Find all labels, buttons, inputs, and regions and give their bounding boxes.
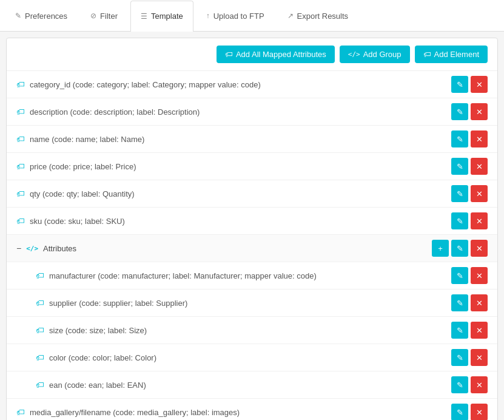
delete-button[interactable]: ✕ (471, 322, 488, 339)
delete-button[interactable]: ✕ (471, 185, 488, 202)
toolbar: 🏷 Add All Mapped Attributes </> Add Grou… (7, 38, 497, 71)
row-actions: ✎ ✕ (451, 212, 488, 229)
delete-button[interactable]: ✕ (471, 76, 488, 93)
add-all-mapped-attributes-button[interactable]: 🏷 Add All Mapped Attributes (217, 46, 335, 63)
add-group-label: Add Group (363, 50, 402, 59)
row-actions: ✎ ✕ (451, 267, 488, 284)
attribute-text: sku (code: sku; label: SKU) (30, 217, 446, 226)
edit-button[interactable]: ✎ (451, 185, 468, 202)
tab-template[interactable]: ☰Template (130, 1, 193, 32)
list-item-category_id: 🏷 category_id (code: category; label: Ca… (7, 71, 497, 98)
collapse-icon[interactable]: − (16, 243, 21, 253)
list-item-sku: 🏷 sku (code: sku; label: SKU) ✎ ✕ (7, 208, 497, 235)
list-item-manufacturer: 🏷 manufacturer (code: manufacturer; labe… (7, 262, 497, 290)
upload-ftp-icon: ↑ (206, 12, 210, 20)
list-item-ean: 🏷 ean (code: ean; label: EAN) ✎ ✕ (7, 371, 497, 399)
row-actions: ✎ ✕ (451, 76, 488, 93)
code-icon: </> (26, 245, 38, 252)
delete-button[interactable]: ✕ (471, 267, 488, 284)
edit-button[interactable]: ✎ (451, 322, 468, 339)
tag-icon: 🏷 (16, 189, 25, 198)
row-actions: ✎ ✕ (451, 349, 488, 366)
group-label: Attributes (43, 244, 427, 253)
edit-button[interactable]: ✎ (451, 294, 468, 311)
attribute-text: description (code: description; label: D… (30, 107, 446, 117)
edit-button[interactable]: ✎ (451, 158, 468, 175)
delete-button[interactable]: ✕ (471, 212, 488, 229)
edit-button[interactable]: ✎ (451, 267, 468, 284)
attribute-text: ean (code: ean; label: EAN) (49, 381, 446, 390)
attribute-list: 🏷 category_id (code: category; label: Ca… (7, 71, 497, 420)
edit-button[interactable]: ✎ (451, 130, 468, 147)
list-item-name: 🏷 name (code: name; label: Name) ✎ ✕ (7, 126, 497, 153)
main-content: 🏷 Add All Mapped Attributes </> Add Grou… (6, 38, 498, 420)
export-results-icon: ↗ (287, 12, 294, 20)
edit-button[interactable]: ✎ (451, 240, 468, 257)
row-actions: ✎ ✕ (451, 376, 488, 393)
list-item-size: 🏷 size (code: size; label: Size) ✎ ✕ (7, 317, 497, 344)
edit-button[interactable]: ✎ (451, 76, 468, 93)
attribute-text: media_gallery/filename (code: media_gall… (30, 408, 446, 417)
row-actions: ✎ ✕ (451, 294, 488, 311)
row-actions: ✎ ✕ (451, 322, 488, 339)
list-item-attributes_group: − </> Attributes + ✎ ✕ (7, 235, 497, 262)
attribute-text: price (code: price; label: Price) (30, 162, 446, 171)
tag-icon: 🏷 (36, 271, 44, 280)
add-element-label: Add Element (434, 50, 479, 59)
list-item-description: 🏷 description (code: description; label:… (7, 98, 497, 126)
tab-export-results[interactable]: ↗Export Results (277, 0, 359, 31)
edit-button[interactable]: ✎ (451, 103, 468, 120)
delete-button[interactable]: ✕ (471, 240, 488, 257)
list-item-qty: 🏷 qty (code: qty; label: Quantity) ✎ ✕ (7, 180, 497, 208)
preferences-label: Preferences (25, 12, 67, 21)
export-results-label: Export Results (297, 12, 349, 21)
tag-icon-btn: 🏷 (423, 50, 431, 59)
add-group-button[interactable]: </> Add Group (340, 46, 410, 63)
tag-icon: 🏷 (16, 107, 25, 117)
row-actions: ✎ ✕ (451, 103, 488, 120)
row-actions: ✎ ✕ (451, 130, 488, 147)
tab-preferences[interactable]: ✎Preferences (5, 0, 78, 31)
tag-icon: 🏷 (16, 407, 25, 417)
attribute-text: manufacturer (code: manufacturer; label:… (49, 271, 446, 280)
tag-icon: 🏷 (16, 161, 25, 171)
delete-button[interactable]: ✕ (471, 349, 488, 366)
delete-button[interactable]: ✕ (471, 376, 488, 393)
attribute-text: supplier (code: supplier; label: Supplie… (49, 299, 446, 308)
tab-filter[interactable]: ⊘Filter (80, 0, 128, 31)
delete-button[interactable]: ✕ (471, 404, 488, 420)
edit-button[interactable]: ✎ (451, 404, 468, 420)
edit-button[interactable]: ✎ (451, 376, 468, 393)
list-item-supplier: 🏷 supplier (code: supplier; label: Suppl… (7, 290, 497, 317)
template-label: Template (151, 12, 183, 21)
add-element-button[interactable]: 🏷 Add Element (415, 46, 488, 63)
list-item-price: 🏷 price (code: price; label: Price) ✎ ✕ (7, 153, 497, 180)
attribute-text: qty (code: qty; label: Quantity) (30, 189, 446, 198)
edit-button[interactable]: ✎ (451, 349, 468, 366)
delete-button[interactable]: ✕ (471, 294, 488, 311)
preferences-icon: ✎ (15, 12, 21, 20)
filter-label: Filter (100, 12, 118, 21)
delete-button[interactable]: ✕ (471, 158, 488, 175)
edit-button[interactable]: ✎ (451, 212, 468, 229)
tag-icon: 🏷 (36, 298, 44, 308)
delete-button[interactable]: ✕ (471, 130, 488, 147)
filter-icon: ⊘ (90, 12, 96, 20)
row-actions: + ✎ ✕ (432, 240, 488, 257)
tag-icon: 🏷 (36, 325, 44, 335)
tag-icon: 🏷 (225, 50, 233, 59)
top-nav: ✎Preferences⊘Filter☰Template↑Upload to F… (0, 0, 504, 32)
add-child-button[interactable]: + (432, 240, 449, 257)
tab-upload-ftp[interactable]: ↑Upload to FTP (196, 0, 275, 31)
code-bracket-icon: </> (348, 50, 360, 58)
row-actions: ✎ ✕ (451, 404, 488, 420)
tag-icon: 🏷 (16, 134, 25, 144)
delete-button[interactable]: ✕ (471, 103, 488, 120)
list-item-color: 🏷 color (code: color; label: Color) ✎ ✕ (7, 344, 497, 371)
tag-icon: 🏷 (36, 380, 44, 390)
attribute-text: color (code: color; label: Color) (49, 353, 446, 362)
tag-icon: 🏷 (16, 80, 25, 89)
list-item-media_gallery: 🏷 media_gallery/filename (code: media_ga… (7, 399, 497, 420)
upload-ftp-label: Upload to FTP (213, 12, 264, 21)
attribute-text: size (code: size; label: Size) (49, 326, 446, 335)
